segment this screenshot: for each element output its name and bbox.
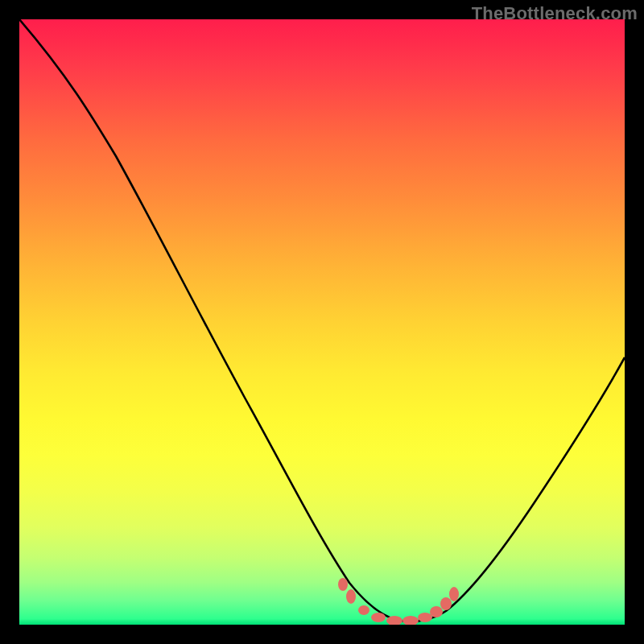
chart-frame: TheBottleneck.com (0, 0, 644, 644)
svg-point-7 (430, 606, 443, 617)
svg-point-6 (418, 613, 432, 622)
svg-point-9 (449, 587, 459, 601)
svg-point-3 (371, 613, 386, 622)
svg-point-5 (402, 616, 419, 625)
svg-point-1 (346, 589, 356, 604)
optimal-range-marker (338, 578, 459, 625)
curve-layer (19, 19, 625, 625)
svg-point-0 (338, 578, 348, 591)
plot-area (19, 19, 625, 625)
bottleneck-curve (19, 19, 625, 621)
svg-point-8 (440, 597, 452, 610)
svg-point-2 (358, 605, 369, 615)
